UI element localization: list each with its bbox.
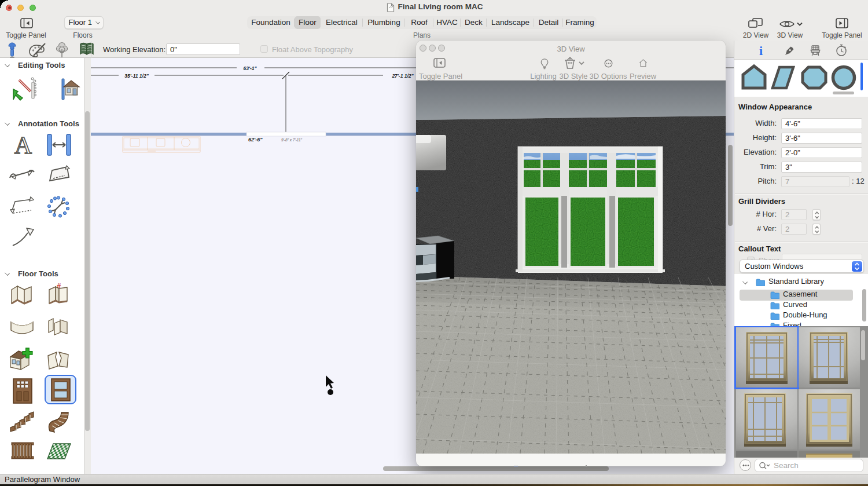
svg-text:9'-8" x 7'-11": 9'-8" x 7'-11" [281,138,303,142]
svg-text:A: A [14,133,32,156]
svg-text:63'-1": 63'-1" [243,65,257,71]
svg-text:35'-11 1/2": 35'-11 1/2" [124,73,149,79]
svg-text:27'-1 1/2": 27'-1 1/2" [391,73,414,79]
svg-text:62'-6": 62'-6" [248,137,263,142]
